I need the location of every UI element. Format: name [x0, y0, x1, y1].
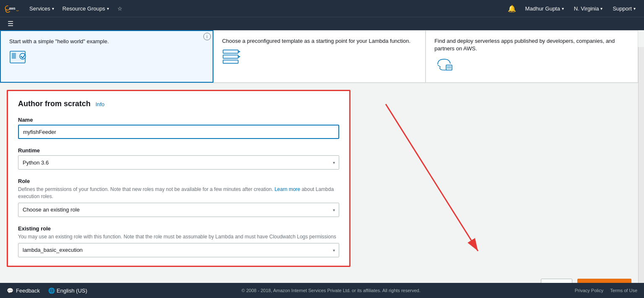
top-nav: aws Services ▾ Resource Groups ▾ ☆ 🔔 Mad… [0, 0, 644, 17]
language-label: English (US) [57, 288, 87, 294]
svg-rect-2 [12, 53, 16, 59]
name-label: Name [18, 117, 339, 123]
services-chevron: ▾ [52, 6, 54, 11]
role-sublabel: Defines the permissions of your function… [18, 186, 339, 200]
svg-rect-4 [223, 50, 238, 53]
runtime-select-wrapper: Python 3.6 ▾ [18, 155, 339, 170]
user-name: Madhur Gupta [525, 5, 560, 12]
secondary-nav: ☰ [0, 17, 644, 30]
existing-role-group: Existing role You may use an existing ro… [18, 225, 339, 257]
existing-role-select-wrapper: lambda_basic_execution ▾ [18, 243, 339, 257]
role-group: Role Defines the permissions of your fun… [18, 178, 339, 217]
role-select-wrapper: Choose an existing role ▾ [18, 203, 339, 217]
section-title: Author from scratch [18, 99, 91, 108]
card-1-icon [9, 49, 204, 68]
scrollable-content[interactable]: Start with a simple "hello world" exampl… [0, 30, 644, 298]
svg-line-9 [386, 104, 478, 251]
name-group: Name [18, 117, 339, 139]
nav-region[interactable]: N. Virginia ▾ [570, 0, 607, 17]
card-hello-world[interactable]: Start with a simple "hello world" exampl… [0, 30, 213, 83]
runtime-label: Runtime [18, 147, 339, 154]
user-chevron: ▾ [562, 6, 564, 11]
region-label: N. Virginia [574, 5, 599, 12]
privacy-policy-link[interactable]: Privacy Policy [575, 288, 603, 293]
aws-logo[interactable]: aws [4, 3, 20, 14]
resource-groups-chevron: ▾ [107, 6, 109, 11]
card-3-icon [434, 56, 629, 76]
globe-icon: 🌐 [48, 288, 55, 294]
content-area: Start with a simple "hello world" exampl… [0, 30, 644, 298]
page-wrapper: aws Services ▾ Resource Groups ▾ ☆ 🔔 Mad… [0, 0, 644, 298]
feedback-label: Feedback [16, 288, 40, 294]
runtime-select[interactable]: Python 3.6 [18, 155, 339, 170]
card-1-info[interactable]: i [203, 33, 211, 40]
region-chevron: ▾ [600, 6, 602, 11]
info-link[interactable]: Info [96, 101, 105, 107]
author-from-scratch-section: Author from scratch Info Name Runtime P [7, 90, 351, 267]
card-3-text: Find and deploy serverless apps publishe… [434, 37, 629, 52]
existing-role-select[interactable]: lambda_basic_execution [18, 243, 339, 257]
runtime-group: Runtime Python 3.6 ▾ [18, 147, 339, 170]
support-label: Support [613, 5, 632, 12]
svg-rect-5 [223, 55, 238, 58]
red-arrow-svg [344, 83, 512, 293]
nav-bookmark[interactable]: ☆ [113, 0, 127, 17]
card-serverless[interactable]: Find and deploy serverless apps publishe… [426, 30, 638, 83]
cards-row: Start with a simple "hello world" exampl… [0, 30, 638, 83]
hamburger-icon[interactable]: ☰ [4, 20, 17, 28]
role-label: Role [18, 178, 339, 184]
card-2-text: Choose a preconfigured template as a sta… [222, 37, 417, 45]
bookmark-icon: ☆ [117, 5, 122, 12]
footer-copyright: © 2008 - 2018, Amazon Internet Services … [87, 288, 575, 293]
scrollbar[interactable] [638, 47, 644, 283]
nav-user[interactable]: Madhur Gupta ▾ [521, 0, 568, 17]
existing-role-sublabel: You may use an existing role with this f… [18, 233, 339, 240]
section-header: Author from scratch Info [18, 99, 339, 108]
footer-links: Privacy Policy Terms of Use [575, 288, 637, 293]
name-input[interactable] [18, 125, 339, 139]
card-1-text: Start with a simple "hello world" exampl… [9, 38, 204, 45]
nav-right: 🔔 Madhur Gupta ▾ N. Virginia ▾ Support ▾ [504, 0, 640, 17]
card-2-icon [222, 48, 417, 68]
terms-of-use-link[interactable]: Terms of Use [610, 288, 637, 293]
svg-text:aws: aws [9, 7, 16, 10]
bottom-bar: 💬 Feedback 🌐 English (US) © 2008 - 2018,… [0, 283, 644, 298]
nav-services[interactable]: Services ▾ [25, 0, 58, 17]
card-template[interactable]: Choose a preconfigured template as a sta… [213, 30, 426, 83]
nav-resource-groups[interactable]: Resource Groups ▾ [58, 0, 113, 17]
bell-icon[interactable]: 🔔 [504, 5, 519, 13]
support-chevron: ▾ [634, 6, 636, 11]
speech-bubble-icon: 💬 [7, 288, 13, 294]
annotation-overlay [344, 83, 512, 293]
role-select[interactable]: Choose an existing role [18, 203, 339, 217]
svg-rect-6 [223, 60, 238, 63]
existing-role-label: Existing role [18, 225, 339, 232]
nav-support[interactable]: Support ▾ [608, 0, 640, 17]
svg-rect-7 [446, 65, 452, 70]
language-button[interactable]: 🌐 English (US) [48, 288, 87, 294]
resource-groups-label: Resource Groups [62, 5, 105, 12]
services-label: Services [29, 5, 50, 12]
feedback-button[interactable]: 💬 Feedback [7, 288, 40, 294]
